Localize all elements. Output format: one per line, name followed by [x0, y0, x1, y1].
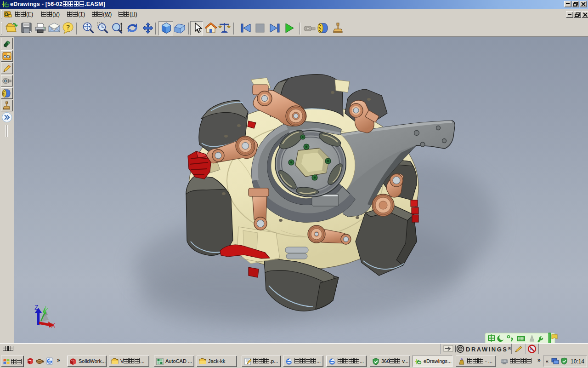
svg-text:X: X	[51, 322, 56, 329]
svg-text:Z: Z	[34, 304, 39, 311]
svg-text:?: ?	[66, 23, 70, 31]
